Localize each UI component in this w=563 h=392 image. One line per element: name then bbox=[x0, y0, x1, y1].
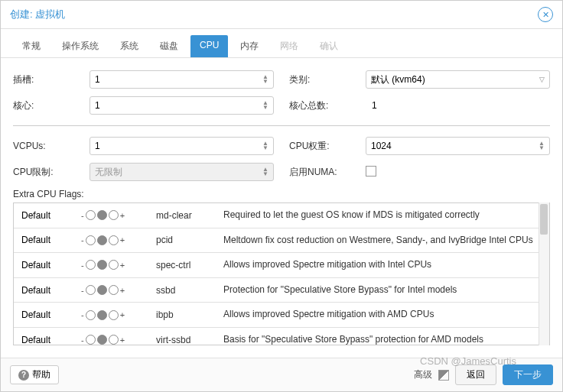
flag-description: Allows improved Spectre mitigation with … bbox=[223, 309, 542, 321]
tab-CPU[interactable]: CPU bbox=[190, 35, 228, 57]
advanced-checkbox[interactable] bbox=[438, 370, 449, 381]
flag-description: Allows improved Spectre mitigation with … bbox=[223, 259, 542, 271]
cpu-flags-table: Default- +md-clearRequired to let the gu… bbox=[13, 202, 550, 345]
divider bbox=[13, 125, 550, 126]
dialog-title: 创建: 虚拟机 bbox=[10, 8, 65, 21]
flag-row: Default- +md-clearRequired to let the gu… bbox=[14, 203, 549, 228]
spinner-arrows-icon[interactable]: ▲▼ bbox=[262, 75, 268, 84]
cpu-limit-input[interactable]: 无限制▲▼ bbox=[89, 163, 274, 181]
type-select[interactable]: 默认 (kvm64)▽ bbox=[366, 70, 550, 89]
flag-status: Default bbox=[21, 335, 75, 345]
toggle-default-icon[interactable] bbox=[97, 260, 107, 270]
cpu-weight-label: CPU权重: bbox=[289, 140, 350, 153]
flag-name: ssbd bbox=[156, 285, 217, 296]
numa-checkbox[interactable] bbox=[366, 166, 376, 177]
vcpus-label: VCPUs: bbox=[13, 141, 74, 151]
tab-操作系统[interactable]: 操作系统 bbox=[53, 35, 108, 57]
spinner-arrows-icon[interactable]: ▲▼ bbox=[262, 101, 268, 110]
flag-row: Default- +ssbdProtection for "Speculativ… bbox=[14, 278, 549, 303]
total-cores-label: 核心总数: bbox=[289, 99, 350, 112]
sockets-label: 插槽: bbox=[13, 73, 74, 86]
total-cores-value: 1 bbox=[366, 100, 550, 111]
sockets-input[interactable]: 1▲▼ bbox=[89, 70, 274, 89]
tab-确认: 确认 bbox=[311, 35, 347, 57]
flag-toggle[interactable]: - + bbox=[81, 335, 150, 345]
cpu-form-top: 插槽: 1▲▼ 类别: 默认 (kvm64)▽ 核心: 1▲▼ 核心总数: 1 bbox=[13, 70, 550, 115]
flag-description: Protection for "Speculative Store Bypass… bbox=[223, 284, 542, 296]
toggle-on-icon[interactable] bbox=[109, 335, 119, 345]
advanced-label: 高级 bbox=[414, 368, 432, 381]
toggle-on-icon[interactable] bbox=[109, 310, 119, 320]
toggle-off-icon[interactable] bbox=[86, 260, 96, 270]
tab-content: 插槽: 1▲▼ 类别: 默认 (kvm64)▽ 核心: 1▲▼ 核心总数: 1 … bbox=[1, 58, 562, 358]
toggle-on-icon[interactable] bbox=[109, 260, 119, 270]
chevron-down-icon: ▽ bbox=[539, 76, 545, 83]
flag-status: Default bbox=[21, 285, 75, 296]
flags-header: Extra CPU Flags: bbox=[13, 189, 550, 199]
help-button[interactable]: ? 帮助 bbox=[10, 365, 59, 384]
tab-常规[interactable]: 常规 bbox=[13, 35, 50, 57]
cores-label: 核心: bbox=[13, 99, 74, 112]
scrollbar[interactable] bbox=[539, 202, 549, 345]
flag-toggle[interactable]: - + bbox=[81, 260, 150, 270]
toggle-off-icon[interactable] bbox=[86, 285, 96, 295]
create-vm-dialog: 创建: 虚拟机 ✕ 常规操作系统系统磁盘CPU内存网络确认 插槽: 1▲▼ 类别… bbox=[0, 0, 563, 392]
flag-description: Meltdown fix cost reduction on Westmere,… bbox=[223, 235, 542, 247]
flag-description: Basis for "Speculative Store Bypass" pro… bbox=[223, 334, 542, 345]
spinner-arrows-icon[interactable]: ▲▼ bbox=[539, 141, 545, 151]
cpu-limit-label: CPU限制: bbox=[13, 166, 74, 179]
back-button[interactable]: 返回 bbox=[455, 364, 496, 385]
toggle-off-icon[interactable] bbox=[86, 335, 96, 345]
flag-toggle[interactable]: - + bbox=[81, 285, 150, 295]
tab-内存[interactable]: 内存 bbox=[231, 35, 268, 57]
flag-row: Default- +ibpbAllows improved Spectre mi… bbox=[14, 303, 549, 328]
flag-name: md-clear bbox=[156, 210, 217, 221]
tab-系统[interactable]: 系统 bbox=[111, 35, 148, 57]
flag-description: Required to let the guest OS know if MDS… bbox=[223, 209, 542, 222]
toggle-off-icon[interactable] bbox=[86, 210, 96, 220]
tab-网络: 网络 bbox=[271, 35, 308, 57]
flag-status: Default bbox=[21, 309, 75, 320]
close-icon[interactable]: ✕ bbox=[538, 7, 553, 22]
toggle-default-icon[interactable] bbox=[97, 285, 107, 295]
scrollbar-thumb[interactable] bbox=[540, 204, 548, 235]
flag-row: Default- +virt-ssbdBasis for "Speculativ… bbox=[14, 328, 549, 345]
flag-status: Default bbox=[21, 260, 75, 271]
next-button[interactable]: 下一步 bbox=[503, 364, 553, 385]
flag-row: Default- +pcidMeltdown fix cost reductio… bbox=[14, 228, 549, 254]
cores-input[interactable]: 1▲▼ bbox=[89, 96, 274, 115]
spinner-arrows-icon[interactable]: ▲▼ bbox=[262, 167, 268, 177]
help-icon: ? bbox=[18, 370, 29, 381]
spinner-arrows-icon[interactable]: ▲▼ bbox=[262, 141, 268, 151]
flag-name: ibpb bbox=[156, 309, 217, 320]
flag-status: Default bbox=[21, 210, 75, 221]
flag-name: pcid bbox=[156, 235, 217, 245]
toggle-on-icon[interactable] bbox=[109, 210, 119, 220]
flag-toggle[interactable]: - + bbox=[81, 310, 150, 320]
flag-toggle[interactable]: - + bbox=[81, 210, 150, 220]
toggle-default-icon[interactable] bbox=[97, 335, 107, 345]
flag-name: virt-ssbd bbox=[156, 335, 217, 345]
flag-name: spec-ctrl bbox=[156, 260, 217, 271]
numa-label: 启用NUMA: bbox=[289, 166, 350, 179]
toggle-on-icon[interactable] bbox=[109, 235, 119, 245]
toggle-on-icon[interactable] bbox=[109, 285, 119, 295]
flag-status: Default bbox=[21, 235, 75, 245]
type-label: 类别: bbox=[289, 73, 350, 86]
dialog-footer: ? 帮助 高级 返回 下一步 bbox=[1, 358, 562, 391]
dialog-header: 创建: 虚拟机 ✕ bbox=[1, 1, 562, 29]
wizard-tabs: 常规操作系统系统磁盘CPU内存网络确认 bbox=[1, 29, 562, 58]
tab-磁盘[interactable]: 磁盘 bbox=[151, 35, 187, 57]
flag-toggle[interactable]: - + bbox=[81, 235, 150, 245]
toggle-off-icon[interactable] bbox=[86, 235, 96, 245]
cpu-weight-input[interactable]: 1024▲▼ bbox=[366, 137, 550, 155]
cpu-form-advanced: VCPUs: 1▲▼ CPU权重: 1024▲▼ CPU限制: 无限制▲▼ 启用… bbox=[13, 137, 550, 181]
toggle-off-icon[interactable] bbox=[86, 310, 96, 320]
flag-row: Default- +spec-ctrlAllows improved Spect… bbox=[14, 253, 549, 278]
toggle-default-icon[interactable] bbox=[97, 310, 107, 320]
toggle-default-icon[interactable] bbox=[97, 235, 107, 245]
vcpus-input[interactable]: 1▲▼ bbox=[89, 137, 274, 155]
toggle-default-icon[interactable] bbox=[97, 210, 107, 220]
